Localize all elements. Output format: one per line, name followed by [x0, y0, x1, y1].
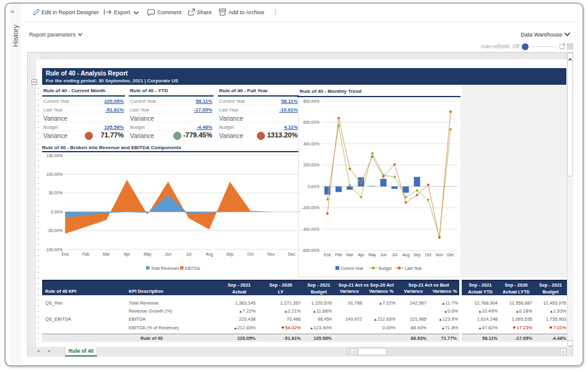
- svg-text:May: May: [144, 252, 152, 257]
- svg-text:Nov: Nov: [436, 253, 443, 257]
- svg-text:EBITDA: EBITDA: [185, 266, 200, 270]
- svg-text:150.00%: 150.00%: [46, 154, 63, 158]
- svg-text:Last Year: Last Year: [405, 266, 422, 270]
- svg-text:0.00%: 0.00%: [51, 210, 63, 214]
- svg-text:0.00%: 0.00%: [308, 184, 319, 189]
- svg-text:Aug: Aug: [205, 252, 213, 257]
- svg-text:Dec: Dec: [447, 253, 454, 257]
- svg-text:Feb: Feb: [335, 253, 342, 257]
- svg-text:Dec: Dec: [288, 252, 295, 256]
- svg-text:-200.00%: -200.00%: [302, 205, 319, 210]
- svg-text:200.00%: 200.00%: [303, 163, 319, 167]
- svg-text:Sep: Sep: [413, 253, 421, 257]
- svg-text:-50.00%: -50.00%: [47, 228, 63, 233]
- svg-text:Current Year: Current Year: [340, 266, 364, 270]
- svg-text:600.00%: 600.00%: [303, 120, 319, 124]
- svg-text:Total Revenues: Total Revenues: [151, 266, 179, 270]
- svg-text:100.00%: 100.00%: [46, 172, 63, 176]
- svg-text:Ene: Ene: [324, 253, 331, 257]
- svg-text:400.00%: 400.00%: [303, 142, 319, 146]
- svg-text:Mar: Mar: [103, 252, 110, 256]
- svg-text:-600.00%: -600.00%: [302, 248, 319, 253]
- svg-text:Jun: Jun: [380, 253, 387, 257]
- svg-text:Mar: Mar: [347, 253, 354, 257]
- svg-text:50.00%: 50.00%: [49, 191, 63, 195]
- svg-text:Apr: Apr: [358, 253, 365, 257]
- svg-text:Feb: Feb: [82, 252, 90, 256]
- svg-text:May: May: [368, 253, 376, 257]
- svg-text:Jun: Jun: [165, 252, 171, 256]
- svg-text:Sep: Sep: [227, 252, 234, 257]
- svg-text:Jul: Jul: [392, 253, 397, 257]
- svg-text:Budget: Budget: [379, 266, 392, 271]
- svg-text:Jul: Jul: [186, 252, 192, 256]
- svg-text:Aug: Aug: [402, 253, 410, 257]
- svg-text:Nov: Nov: [267, 252, 275, 256]
- svg-text:-100.00%: -100.00%: [45, 248, 63, 252]
- svg-text:Oct: Oct: [425, 253, 431, 257]
- svg-text:Oct: Oct: [247, 252, 253, 256]
- svg-text:Ene: Ene: [61, 252, 69, 256]
- svg-text:-400.00%: -400.00%: [302, 227, 319, 231]
- svg-text:800.00%: 800.00%: [303, 99, 319, 103]
- svg-text:Apr: Apr: [124, 252, 131, 257]
